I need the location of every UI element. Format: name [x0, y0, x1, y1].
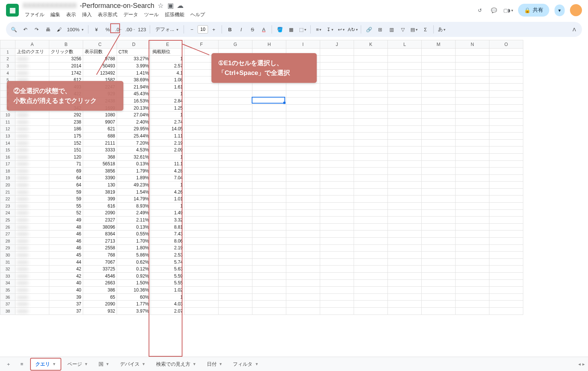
sheet-tab-日付[interactable]: 日付▼ — [202, 358, 227, 371]
undo-icon[interactable]: ↶ — [20, 24, 30, 35]
cell[interactable] — [185, 279, 219, 287]
cell[interactable]: xxxxx — [15, 203, 49, 210]
cell[interactable]: 368 — [83, 153, 117, 160]
row-header[interactable]: 28 — [0, 238, 15, 245]
cell[interactable] — [489, 160, 523, 168]
cell[interactable] — [489, 252, 523, 259]
h-align-button[interactable]: ≡ — [314, 24, 324, 35]
cell[interactable] — [219, 195, 252, 203]
cell[interactable]: xxxxx — [15, 258, 49, 266]
cell[interactable] — [422, 118, 456, 125]
cell[interactable]: 1 — [151, 293, 185, 301]
menu-ツール[interactable]: ツール — [142, 11, 161, 19]
bold-button[interactable]: B — [225, 24, 235, 35]
cell[interactable]: 46 — [49, 231, 83, 238]
cell[interactable]: 37 — [49, 307, 83, 315]
font-size-input[interactable] — [198, 25, 208, 34]
cell[interactable] — [489, 76, 523, 84]
cell[interactable] — [354, 273, 388, 280]
cell[interactable]: 1.79% — [117, 168, 151, 175]
functions-button[interactable]: Σ — [421, 24, 430, 35]
meet-icon[interactable]: ▢◗ — [504, 6, 513, 15]
row-header[interactable]: 10 — [0, 111, 15, 119]
cell[interactable] — [286, 98, 320, 105]
cell[interactable] — [422, 244, 456, 252]
col-header-D[interactable]: D — [117, 40, 151, 49]
cell[interactable] — [252, 133, 286, 140]
cell[interactable] — [354, 203, 388, 210]
cell[interactable]: 3.32 — [151, 217, 185, 224]
search-menus-icon[interactable]: 🔍 — [9, 24, 19, 35]
cell[interactable] — [354, 223, 388, 231]
cell[interactable] — [252, 258, 286, 266]
cell[interactable]: 4.53% — [117, 147, 151, 154]
cell[interactable] — [252, 147, 286, 154]
cell[interactable] — [354, 98, 388, 105]
cell[interactable] — [388, 153, 422, 160]
col-header-K[interactable]: K — [354, 40, 388, 49]
cell[interactable] — [422, 104, 456, 111]
cell[interactable] — [456, 209, 489, 217]
account-avatar[interactable] — [570, 4, 582, 16]
cell[interactable]: 46 — [49, 238, 83, 245]
cell[interactable] — [219, 287, 252, 294]
cell[interactable] — [252, 273, 286, 280]
cell[interactable] — [320, 111, 354, 119]
menu-編集[interactable]: 編集 — [48, 11, 62, 19]
cell[interactable] — [456, 195, 489, 203]
rotate-button[interactable]: A↻ — [348, 24, 358, 35]
cell[interactable] — [320, 55, 354, 63]
strike-button[interactable]: S — [248, 24, 257, 35]
cell[interactable] — [219, 133, 252, 140]
cell[interactable]: xxxxx — [15, 125, 49, 133]
cell[interactable]: 1.41% — [117, 69, 151, 76]
cell[interactable] — [185, 307, 219, 315]
cell[interactable] — [320, 83, 354, 90]
cell[interactable]: 1.49 — [151, 209, 185, 217]
cell[interactable] — [252, 293, 286, 301]
cell[interactable] — [219, 307, 252, 315]
move-icon[interactable]: ▣ — [167, 2, 174, 9]
cell[interactable] — [286, 301, 320, 308]
menu-挿入[interactable]: 挿入 — [80, 11, 94, 19]
cell[interactable]: 2090 — [83, 301, 117, 308]
cell[interactable]: 14.05 — [151, 125, 185, 133]
cell[interactable] — [185, 293, 219, 301]
row-header[interactable]: 2 — [0, 55, 15, 63]
cell[interactable]: 9907 — [83, 118, 117, 125]
row-header[interactable]: 16 — [0, 153, 15, 160]
cell[interactable]: xxxxx — [15, 223, 49, 231]
font-size-decrease[interactable]: − — [187, 24, 197, 35]
cell[interactable]: 39 — [49, 293, 83, 301]
cell[interactable] — [388, 83, 422, 90]
col-header-J[interactable]: J — [320, 40, 354, 49]
menu-ファイル[interactable]: ファイル — [23, 11, 47, 19]
cell[interactable]: 1.25 — [151, 104, 185, 111]
history-icon[interactable]: ↺ — [475, 6, 484, 15]
cell[interactable] — [422, 182, 456, 189]
cell[interactable] — [320, 223, 354, 231]
cell[interactable]: 616 — [83, 203, 117, 210]
increase-decimals-button[interactable]: .00→ — [125, 24, 135, 35]
cell[interactable] — [286, 125, 320, 133]
cell[interactable]: xxxxx — [15, 266, 49, 273]
cell[interactable]: 表示回数 — [83, 49, 117, 56]
cell[interactable] — [185, 287, 219, 294]
cell[interactable] — [422, 252, 456, 259]
cell[interactable] — [422, 231, 456, 238]
tab-dropdown-icon[interactable]: ▼ — [52, 362, 56, 366]
cell[interactable]: 1.08 — [151, 76, 185, 84]
cell[interactable] — [354, 139, 388, 147]
row-header[interactable]: 34 — [0, 279, 15, 287]
cell[interactable] — [388, 98, 422, 105]
cell[interactable] — [489, 55, 523, 63]
cell[interactable] — [252, 244, 286, 252]
cell[interactable] — [354, 49, 388, 56]
cell[interactable]: 2.11% — [117, 217, 151, 224]
cell[interactable] — [388, 133, 422, 140]
cell[interactable] — [388, 49, 422, 56]
filter-views-button[interactable]: ▤ — [409, 24, 419, 35]
cell[interactable]: 186 — [49, 125, 83, 133]
cell[interactable]: 49 — [49, 217, 83, 224]
row-header[interactable]: 14 — [0, 139, 15, 147]
